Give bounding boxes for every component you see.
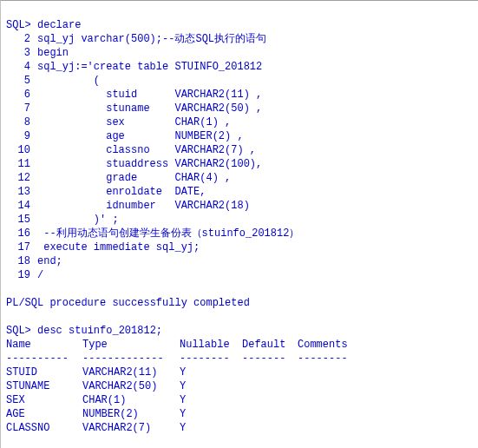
desc-command: desc stuinfo_201812; — [37, 325, 162, 337]
code-line: begin — [37, 47, 69, 59]
col-separator: ----------------------------------------… — [6, 352, 348, 365]
table-row: SEXCHAR(1)Y — [6, 394, 186, 406]
sql-terminal: SQL> declare 2sql_yj varchar(500);--动态SQ… — [0, 0, 478, 448]
gutter-line-number: 9 — [6, 129, 30, 143]
code-line: declare — [37, 19, 81, 31]
table-row: AGENUMBER(2)Y — [6, 408, 186, 420]
gutter-line-number: 10 — [6, 143, 30, 157]
code-line: age NUMBER(2) , — [37, 130, 244, 142]
table-row: STUNAMEVARCHAR2(50)Y — [6, 380, 186, 392]
gutter-line-number: 6 — [6, 88, 30, 102]
gutter-line-number: 11 — [6, 157, 30, 171]
code-line: end; — [37, 255, 62, 267]
code-line: --利用动态语句创建学生备份表（stuinfo_201812） — [37, 227, 299, 240]
gutter-line-number: 3 — [6, 46, 30, 60]
gutter-line-number: 17 — [6, 240, 30, 254]
sql-prompt: SQL> — [6, 19, 31, 31]
code-line: / — [37, 269, 43, 281]
gutter-line-number: 19 — [6, 268, 30, 282]
code-line: sql_yj:='create table STUINFO_201812 — [37, 61, 262, 73]
result-message: PL/SQL procedure successfully completed — [6, 297, 250, 309]
code-line: execute immediate sql_yj; — [37, 241, 200, 254]
gutter-line-number: 16 — [6, 227, 30, 240]
gutter-line-number: 7 — [6, 102, 30, 115]
table-row: CLASSNOVARCHAR2(7)Y — [6, 422, 186, 434]
table-row: STUIDVARCHAR2(11)Y — [6, 366, 186, 379]
code-line: idnumber VARCHAR2(18) — [37, 200, 250, 212]
gutter-line-number: 18 — [6, 254, 30, 268]
gutter-line-number: 5 — [6, 74, 30, 88]
code-line: enroldate DATE, — [37, 186, 206, 198]
sql-prompt: SQL> — [6, 325, 31, 337]
col-header: NameTypeNullableDefaultComments — [6, 339, 348, 351]
code-line: stuaddress VARCHAR2(100), — [37, 158, 262, 170]
code-line: sql_yj varchar(500);--动态SQL执行的语句 — [37, 33, 266, 45]
gutter-line-number: 2 — [6, 32, 30, 46]
code-line: ( — [37, 75, 100, 87]
code-line: )' ; — [37, 214, 119, 226]
gutter-line-number: 13 — [6, 185, 30, 199]
gutter-line-number: 14 — [6, 199, 30, 213]
gutter-line-number: 8 — [6, 115, 30, 129]
code-line: stuname VARCHAR2(50) , — [37, 102, 262, 115]
gutter-line-number: 15 — [6, 213, 30, 227]
gutter-line-number: 12 — [6, 171, 30, 185]
code-line: classno VARCHAR2(7) , — [37, 144, 256, 156]
code-line: grade CHAR(4) , — [37, 172, 231, 184]
code-line: sex CHAR(1) , — [37, 116, 231, 128]
gutter-line-number: 4 — [6, 60, 30, 74]
code-line: stuid VARCHAR2(11) , — [37, 89, 262, 101]
